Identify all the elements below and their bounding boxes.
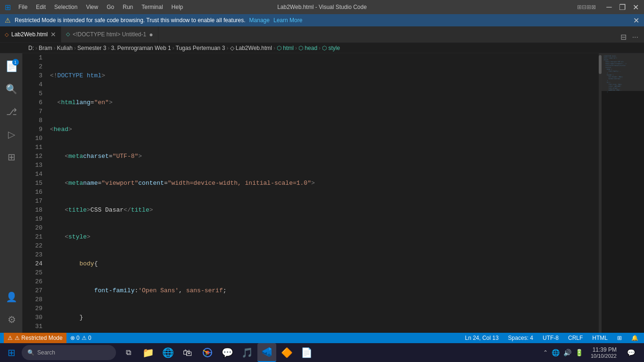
taskbar-clock[interactable]: 11:39 PM 10/10/2022 bbox=[588, 346, 619, 360]
edge-icon: 🌐 bbox=[162, 347, 174, 358]
tab-icon2: ◇ bbox=[66, 31, 70, 37]
manage-link[interactable]: Manage bbox=[249, 17, 270, 24]
taskbar-app-spotify[interactable]: 🎵 bbox=[238, 343, 256, 362]
breadcrumb-file[interactable]: ◇ Lab2Web.html bbox=[230, 45, 272, 51]
breadcrumb-kuliah[interactable]: Kuliah bbox=[57, 45, 73, 51]
line-num-28: 28 bbox=[23, 295, 46, 304]
acrobat-icon: 📄 bbox=[301, 347, 313, 358]
menu-help[interactable]: Help bbox=[168, 3, 187, 11]
menu-file[interactable]: File bbox=[15, 3, 31, 11]
line-num-12: 12 bbox=[23, 152, 46, 161]
activity-settings[interactable]: ⚙ bbox=[2, 310, 21, 329]
taskbar-app-chrome2[interactable]: 🔶 bbox=[277, 343, 296, 362]
tray-arrow: ⌃ bbox=[543, 349, 548, 356]
status-line-ending[interactable]: CRLF bbox=[566, 335, 585, 341]
tab-close-button[interactable]: ✕ bbox=[50, 31, 56, 38]
taskbar-right: ⌃ 🌐 🔊 🔋 11:39 PM 10/10/2022 💬 bbox=[540, 343, 642, 362]
menu-terminal[interactable]: Terminal bbox=[138, 3, 166, 11]
menu-edit[interactable]: Edit bbox=[32, 3, 50, 11]
system-tray[interactable]: ⌃ 🌐 🔊 🔋 bbox=[540, 343, 586, 362]
activity-debug[interactable]: ▷ bbox=[2, 125, 21, 144]
code-line-3: <head> bbox=[46, 125, 599, 134]
whatsapp-icon: 💬 bbox=[222, 347, 233, 358]
restricted-mode-status[interactable]: ⚠ ⚠ Restricted Mode bbox=[4, 333, 66, 343]
breadcrumb-d[interactable]: D: bbox=[28, 45, 34, 51]
restricted-label: ⚠ Restricted Mode bbox=[15, 335, 63, 341]
status-notifications[interactable]: 🔔 bbox=[629, 335, 640, 341]
vscode-icon bbox=[262, 347, 272, 357]
taskbar-app-vscode[interactable] bbox=[257, 343, 276, 362]
activity-explorer[interactable]: 📄 1 bbox=[2, 57, 21, 76]
taskbar-app-edge[interactable]: 🌐 bbox=[158, 343, 177, 362]
close-button[interactable]: ✕ bbox=[632, 3, 639, 11]
restore-button[interactable]: ❐ bbox=[619, 3, 626, 11]
menu-selection[interactable]: Selection bbox=[50, 3, 81, 11]
start-button[interactable]: ⊞ bbox=[2, 343, 21, 362]
status-encoding[interactable]: UTF-8 bbox=[541, 335, 561, 341]
breadcrumb-subject[interactable]: 3. Pemrograman Web 1 bbox=[111, 45, 171, 51]
activity-extensions[interactable]: ⊞ bbox=[2, 148, 21, 166]
line-num-17: 17 bbox=[23, 197, 46, 206]
banner-close-button[interactable]: ✕ bbox=[633, 16, 639, 25]
menu-view[interactable]: View bbox=[82, 3, 102, 11]
status-spaces[interactable]: Spaces: 4 bbox=[506, 335, 535, 341]
settings-icon: ⚙ bbox=[8, 314, 16, 325]
tab-lab2web[interactable]: ◇ Lab2Web.html ✕ bbox=[0, 26, 61, 42]
breadcrumb-semester[interactable]: Semester 3 bbox=[77, 45, 106, 51]
learn-more-link[interactable]: Learn More bbox=[273, 17, 302, 24]
breadcrumb-head[interactable]: ⬡ head bbox=[298, 45, 317, 51]
status-language[interactable]: HTML bbox=[590, 335, 610, 341]
line-num-2: 2 bbox=[23, 62, 46, 71]
spotify-icon: 🎵 bbox=[241, 347, 253, 358]
line-num-15: 15 bbox=[23, 179, 46, 188]
tray-battery: 🔋 bbox=[575, 349, 583, 356]
tab-label2: <!DOCTYPE html> Untitled-1 bbox=[73, 31, 146, 38]
taskbar-app-taskview[interactable]: ⧉ bbox=[119, 343, 138, 362]
menu-go[interactable]: Go bbox=[103, 3, 118, 11]
line-num-22: 22 bbox=[23, 241, 46, 250]
line-num-27: 27 bbox=[23, 286, 46, 295]
line-num-6: 6 bbox=[23, 98, 46, 107]
status-layout[interactable]: ⊞ bbox=[615, 335, 624, 341]
status-errors[interactable]: ⊗ 0 ⚠ 0 bbox=[70, 335, 91, 341]
breadcrumb-html[interactable]: ⬡ html bbox=[277, 45, 294, 51]
activity-search[interactable]: 🔍 bbox=[2, 80, 21, 99]
editor-area: 1 2 3 4 5 6 7 8 9 10 11 12 13 14 15 16 1… bbox=[23, 53, 644, 333]
line-num-9: 9 bbox=[23, 125, 46, 134]
activity-account[interactable]: 👤 bbox=[2, 288, 21, 306]
taskbar-app-explorer[interactable]: 📁 bbox=[139, 343, 157, 362]
taskbar-search[interactable]: 🔍 Search bbox=[22, 345, 116, 360]
line-num-4: 4 bbox=[23, 80, 46, 89]
minimize-button[interactable]: ─ bbox=[605, 3, 613, 11]
tab-untitled[interactable]: ◇ <!DOCTYPE html> Untitled-1 ● bbox=[61, 26, 158, 42]
split-editor-button[interactable]: ⊟ bbox=[619, 32, 628, 42]
taskview-icon: ⧉ bbox=[126, 348, 131, 357]
line-num-7: 7 bbox=[23, 107, 46, 116]
notifications-icon: 🔔 bbox=[631, 335, 638, 341]
menu-bar: File Edit Selection View Go Run Terminal… bbox=[15, 3, 187, 11]
breadcrumb-bram[interactable]: Bram bbox=[39, 45, 52, 51]
menu-run[interactable]: Run bbox=[119, 3, 137, 11]
line-num-19: 19 bbox=[23, 214, 46, 223]
code-editor[interactable]: <!DOCTYPE html> <html lang="en"> <head> … bbox=[46, 53, 599, 333]
taskbar-app-store[interactable]: 🛍 bbox=[178, 343, 197, 362]
line-num-18: 18 bbox=[23, 206, 46, 214]
more-actions-button[interactable]: ··· bbox=[630, 32, 640, 42]
extensions-icon: ⊞ bbox=[8, 151, 16, 163]
notification-button[interactable]: 💬 bbox=[621, 343, 640, 362]
breadcrumb-style[interactable]: ⬡ style bbox=[322, 45, 340, 51]
account-icon: 👤 bbox=[6, 291, 17, 303]
taskbar-app-acrobat[interactable]: 📄 bbox=[297, 343, 316, 362]
activity-git[interactable]: ⎇ bbox=[2, 102, 21, 121]
code-line-4: <meta charset="UTF-8"> bbox=[46, 152, 599, 161]
line-num-14: 14 bbox=[23, 170, 46, 179]
language-label: HTML bbox=[592, 335, 608, 341]
tab-bar-actions: ⊟ ··· bbox=[615, 32, 644, 42]
status-line-col[interactable]: Ln 24, Col 13 bbox=[463, 335, 500, 341]
taskbar-app-whatsapp[interactable]: 💬 bbox=[218, 343, 237, 362]
tab-close-button2[interactable]: ● bbox=[149, 31, 153, 38]
git-icon: ⎇ bbox=[6, 106, 17, 117]
taskbar-app-chrome[interactable] bbox=[198, 343, 217, 362]
breadcrumb-tugas[interactable]: Tugas Pertemuan 3 bbox=[176, 45, 225, 51]
line-num-23: 23 bbox=[23, 250, 46, 259]
